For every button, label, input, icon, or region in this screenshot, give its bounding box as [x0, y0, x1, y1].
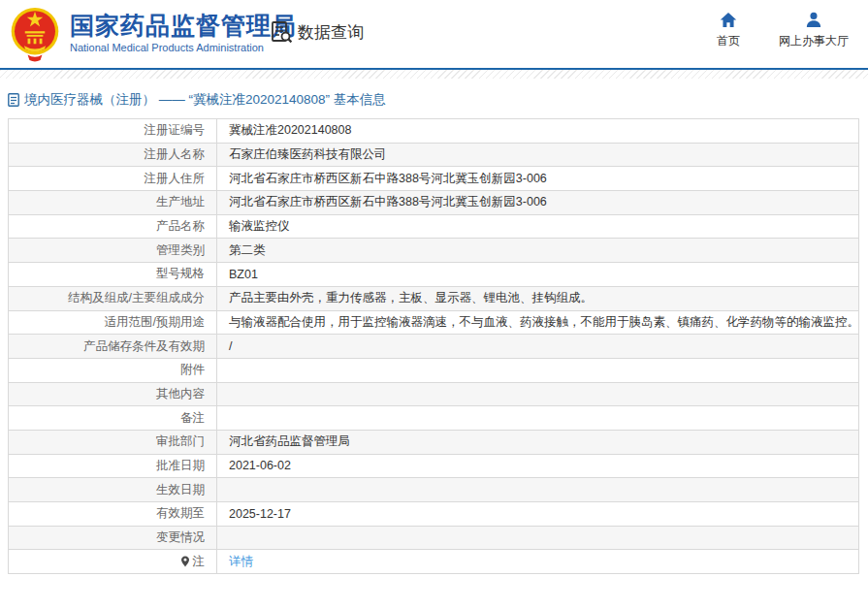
- row-value: 输液监控仪: [217, 214, 859, 239]
- row-label: 其他内容: [9, 382, 217, 406]
- table-row: 生产地址河北省石家庄市桥西区新石中路388号河北冀玉创新园3-006: [9, 191, 859, 215]
- row-label: 有效期至: [9, 502, 217, 527]
- row-label: 注册证编号: [9, 119, 217, 144]
- row-label: 批准日期: [9, 454, 217, 478]
- row-value: /: [217, 335, 859, 359]
- row-label: 注: [9, 550, 217, 574]
- row-label: 变更情况: [9, 526, 217, 550]
- table-row: 型号规格BZ01: [9, 263, 859, 287]
- org-name-en: National Medical Products Administration: [70, 42, 297, 53]
- row-label: 管理类别: [9, 239, 217, 263]
- org-names: 国家药品监督管理局 National Medical Products Admi…: [70, 11, 297, 53]
- table-row: 生效日期: [9, 478, 859, 502]
- pin-icon: [180, 556, 190, 567]
- row-label: 审批部门: [9, 430, 217, 454]
- nav-item-home[interactable]: 首页: [711, 12, 746, 49]
- row-value: 冀械注准20202140808: [217, 119, 859, 144]
- main-content: 境内医疗器械（注册） —— “冀械注准20202140808” 基本信息 注册证…: [0, 91, 868, 574]
- data-query-section-title: 数据查询: [270, 20, 364, 44]
- org-name-cn: 国家药品监督管理局: [70, 11, 297, 40]
- table-row: 其他内容: [9, 382, 859, 406]
- table-row: 注详情: [9, 550, 859, 574]
- nav-item-label: 首页: [717, 33, 740, 49]
- row-label: 结构及组成/主要组成成分: [9, 286, 217, 310]
- row-value: 第二类: [217, 239, 859, 263]
- table-row: 管理类别第二类: [9, 239, 859, 263]
- document-search-icon: [270, 20, 293, 44]
- row-label: 备注: [9, 406, 217, 431]
- home-icon: [720, 12, 737, 28]
- row-label: 附件: [9, 358, 217, 382]
- breadcrumb: 境内医疗器械（注册） —— “冀械注准20202140808” 基本信息: [8, 91, 860, 109]
- row-label: 注册人住所: [9, 167, 217, 191]
- site-header: 国家药品监督管理局 National Medical Products Admi…: [0, 0, 868, 68]
- table-row: 批准日期2021-06-02: [9, 454, 859, 478]
- row-value: 与输液器配合使用，用于监控输液器滴速，不与血液、药液接触，不能用于胰岛素、镇痛药…: [217, 310, 859, 335]
- nav-item-service-hall[interactable]: 网上办事大厅: [779, 12, 849, 49]
- table-row: 注册人名称石家庄伯臻医药科技有限公司: [9, 143, 859, 167]
- row-label: 产品名称: [9, 214, 217, 239]
- row-label: 注册人名称: [9, 143, 217, 167]
- row-label: 生产地址: [9, 191, 217, 215]
- table-row: 注册人住所河北省石家庄市桥西区新石中路388号河北冀玉创新园3-006: [9, 167, 859, 191]
- breadcrumb-text: 境内医疗器械（注册） —— “冀械注准20202140808” 基本信息: [24, 91, 386, 109]
- row-value: 河北省石家庄市桥西区新石中路388号河北冀玉创新园3-006: [217, 191, 859, 215]
- row-label: 生效日期: [9, 478, 217, 502]
- page-icon: [8, 93, 19, 107]
- row-value: 河北省石家庄市桥西区新石中路388号河北冀玉创新园3-006: [217, 167, 859, 191]
- table-row: 注册证编号冀械注准20202140808: [9, 119, 859, 144]
- row-value: [217, 526, 859, 550]
- row-value: 河北省药品监督管理局: [217, 430, 859, 454]
- table-row: 审批部门河北省药品监督管理局: [9, 430, 859, 454]
- table-row: 结构及组成/主要组成成分产品主要由外壳，重力传感器，主板、显示器、锂电池、挂钩组…: [9, 286, 859, 310]
- row-value: 产品主要由外壳，重力传感器，主板、显示器、锂电池、挂钩组成。: [217, 286, 859, 310]
- table-row: 适用范围/预期用途与输液器配合使用，用于监控输液器滴速，不与血液、药液接触，不能…: [9, 310, 859, 335]
- nav-item-label: 网上办事大厅: [779, 33, 849, 49]
- row-label: 适用范围/预期用途: [9, 310, 217, 335]
- row-value: [217, 358, 859, 382]
- row-value: 2021-06-02: [217, 454, 859, 478]
- user-icon: [805, 12, 822, 28]
- row-value: [217, 406, 859, 431]
- row-value: BZ01: [217, 263, 859, 287]
- info-table-body: 注册证编号冀械注准20202140808注册人名称石家庄伯臻医药科技有限公司注册…: [9, 119, 859, 574]
- table-row: 附件: [9, 358, 859, 382]
- row-value: 详情: [217, 550, 859, 574]
- top-nav: 首页 网上办事大厅: [711, 12, 849, 49]
- hatch-strip: [0, 70, 868, 79]
- details-link[interactable]: 详情: [229, 555, 253, 568]
- row-label: 产品储存条件及有效期: [9, 335, 217, 359]
- row-value: 石家庄伯臻医药科技有限公司: [217, 143, 859, 167]
- row-value: [217, 478, 859, 502]
- national-emblem-logo: [8, 6, 62, 62]
- table-row: 有效期至2025-12-17: [9, 502, 859, 527]
- row-value: 2025-12-17: [217, 502, 859, 527]
- table-row: 备注: [9, 406, 859, 431]
- table-row: 产品名称输液监控仪: [9, 214, 859, 239]
- table-row: 产品储存条件及有效期/: [9, 335, 859, 359]
- registration-info-table: 注册证编号冀械注准20202140808注册人名称石家庄伯臻医药科技有限公司注册…: [8, 118, 859, 574]
- row-value: [217, 382, 859, 406]
- table-row: 变更情况: [9, 526, 859, 550]
- data-query-label: 数据查询: [298, 21, 364, 44]
- row-label: 型号规格: [9, 263, 217, 287]
